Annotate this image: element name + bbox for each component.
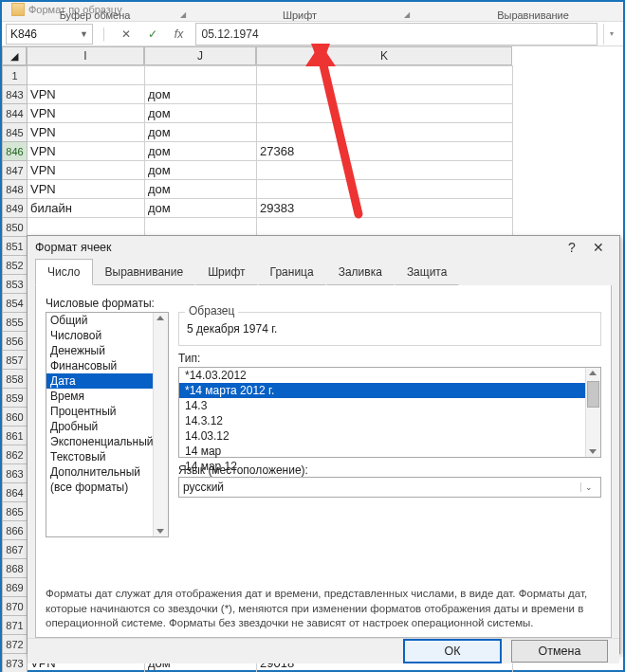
row-header[interactable]: 1 <box>3 66 28 85</box>
row-header[interactable]: 873 <box>3 654 28 673</box>
cell[interactable] <box>145 218 257 237</box>
locale-combo[interactable]: русский ⌄ <box>178 477 601 498</box>
tab-шрифт[interactable]: Шрифт <box>195 259 257 285</box>
list-item[interactable]: (все форматы) <box>46 480 153 495</box>
row-header[interactable]: 852 <box>3 256 28 275</box>
list-item[interactable]: *14.03.2012 <box>179 368 585 383</box>
cell[interactable]: VPN <box>28 123 145 142</box>
row-header[interactable]: 844 <box>3 104 28 123</box>
expand-formula-bar-icon[interactable]: ▾ <box>603 24 619 45</box>
row-header[interactable]: 848 <box>3 180 28 199</box>
row-header[interactable]: 859 <box>3 389 28 408</box>
row-header[interactable]: 872 <box>3 635 28 654</box>
row-header[interactable]: 865 <box>3 502 28 521</box>
list-item[interactable]: Дата <box>46 373 153 389</box>
row-header[interactable]: 866 <box>3 521 28 540</box>
column-header-I[interactable]: I <box>27 46 144 65</box>
cell[interactable]: дом <box>145 85 257 104</box>
tab-защита[interactable]: Защита <box>395 259 460 285</box>
cell[interactable] <box>257 218 513 237</box>
row-header[interactable]: 854 <box>3 294 28 313</box>
cell[interactable]: дом <box>145 199 257 218</box>
list-item[interactable]: Процентный <box>46 404 153 419</box>
row-header[interactable]: 869 <box>3 578 28 597</box>
row-header[interactable]: 870 <box>3 597 28 616</box>
ok-button[interactable]: ОК <box>403 639 502 663</box>
list-item[interactable]: 14.03.12 <box>179 428 585 444</box>
dialog-launcher-icon[interactable]: ◢ <box>180 10 186 19</box>
cell[interactable]: VPN <box>28 180 145 199</box>
dialog-launcher-icon[interactable]: ◢ <box>404 10 410 19</box>
row-header[interactable]: 864 <box>3 483 28 502</box>
row-header[interactable]: 847 <box>3 161 28 180</box>
list-item[interactable]: Текстовый <box>46 449 153 464</box>
list-item[interactable]: Финансовый <box>46 358 153 373</box>
cell[interactable] <box>257 123 513 142</box>
cell[interactable]: VPN <box>28 85 145 104</box>
list-item[interactable]: 14 мар <box>179 444 585 459</box>
list-item[interactable]: Денежный <box>46 343 153 358</box>
row-header[interactable]: 868 <box>3 559 28 578</box>
cell[interactable] <box>257 161 513 180</box>
row-header[interactable]: 857 <box>3 351 28 370</box>
cell[interactable] <box>28 66 145 85</box>
row-header[interactable]: 850 <box>3 218 28 237</box>
list-item[interactable]: Время <box>46 389 153 404</box>
help-button[interactable]: ? <box>559 236 585 259</box>
scrollbar[interactable] <box>585 368 600 457</box>
row-header[interactable]: 871 <box>3 616 28 635</box>
row-header[interactable]: 846 <box>3 142 28 161</box>
list-item[interactable]: Общий <box>46 313 153 328</box>
cancel-icon[interactable]: ✕ <box>116 24 137 45</box>
row-header[interactable]: 867 <box>3 540 28 559</box>
type-list[interactable]: *14.03.2012*14 марта 2012 г.14.314.3.121… <box>178 367 601 458</box>
cell[interactable]: VPN <box>28 142 145 161</box>
column-header-J[interactable]: J <box>144 46 256 65</box>
column-header-K[interactable]: K <box>256 46 512 65</box>
cell[interactable]: дом <box>145 123 257 142</box>
cell[interactable] <box>257 180 513 199</box>
category-list[interactable]: ОбщийЧисловойДенежныйФинансовыйДатаВремя… <box>46 312 169 537</box>
list-item[interactable]: Экспоненциальный <box>46 434 153 449</box>
tab-выравнивание[interactable]: Выравнивание <box>93 259 196 285</box>
cell[interactable]: VPN <box>28 161 145 180</box>
cell[interactable] <box>257 104 513 123</box>
row-header[interactable]: 851 <box>3 237 28 256</box>
cell[interactable] <box>145 66 257 85</box>
cell[interactable]: 29383 <box>257 199 513 218</box>
cell[interactable] <box>257 66 513 85</box>
tab-граница[interactable]: Граница <box>258 259 326 285</box>
row-header[interactable]: 860 <box>3 408 28 427</box>
cell[interactable]: билайн <box>28 199 145 218</box>
cell[interactable]: дом <box>145 161 257 180</box>
formula-bar[interactable]: 05.12.1974 <box>195 23 598 45</box>
list-item[interactable]: Числовой <box>46 328 153 343</box>
row-header[interactable]: 863 <box>3 464 28 483</box>
chevron-down-icon[interactable]: ⌄ <box>580 482 597 492</box>
cell[interactable]: VPN <box>28 104 145 123</box>
fx-icon[interactable]: fx <box>169 24 190 45</box>
list-item[interactable]: Дополнительный <box>46 464 153 480</box>
list-item[interactable]: *14 марта 2012 г. <box>179 383 585 398</box>
cell[interactable]: дом <box>145 104 257 123</box>
tab-число[interactable]: Число <box>35 259 93 285</box>
row-header[interactable]: 843 <box>3 85 28 104</box>
cancel-button[interactable]: Отмена <box>511 640 608 663</box>
row-header[interactable]: 861 <box>3 427 28 445</box>
scrollbar[interactable] <box>153 313 168 536</box>
row-header[interactable]: 849 <box>3 199 28 218</box>
select-all-corner[interactable]: ◢ <box>2 46 27 65</box>
row-header[interactable]: 858 <box>3 370 28 389</box>
list-item[interactable]: Дробный <box>46 419 153 434</box>
cell[interactable]: дом <box>145 142 257 161</box>
row-header[interactable]: 862 <box>3 445 28 464</box>
cell[interactable]: 27368 <box>257 142 513 161</box>
check-icon[interactable]: ✓ <box>142 24 163 45</box>
cell[interactable]: дом <box>145 180 257 199</box>
list-item[interactable]: 14.3.12 <box>179 413 585 428</box>
cell[interactable] <box>257 85 513 104</box>
chevron-down-icon[interactable]: ▼ <box>80 29 88 39</box>
row-header[interactable]: 856 <box>3 332 28 351</box>
name-box[interactable]: K846 ▼ <box>6 24 93 45</box>
cell[interactable] <box>28 218 145 237</box>
